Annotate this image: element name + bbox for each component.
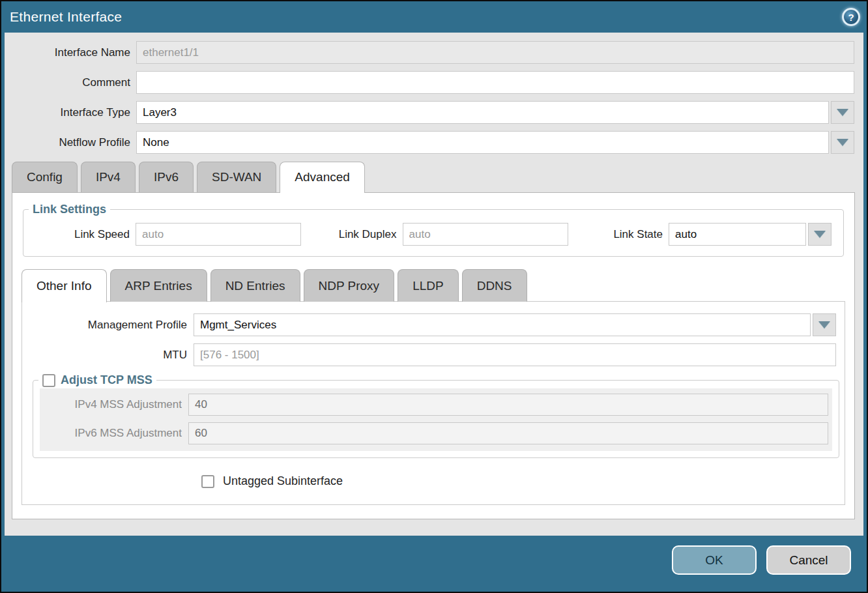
dialog-title: Ethernet Interface xyxy=(10,9,122,25)
interface-name-label: Interface Name xyxy=(5,46,136,59)
comment-label: Comment xyxy=(5,76,136,89)
netflow-profile-dropdown-button[interactable] xyxy=(831,131,854,154)
netflow-profile-field[interactable] xyxy=(136,131,829,154)
link-speed-label: Link Speed xyxy=(23,228,136,241)
management-profile-dropdown-button[interactable] xyxy=(813,313,836,336)
link-settings-legend: Link Settings xyxy=(29,203,110,216)
chevron-down-icon xyxy=(837,109,848,116)
tab-ipv4[interactable]: IPv4 xyxy=(81,162,136,192)
tab-other-info[interactable]: Other Info xyxy=(22,269,107,302)
advanced-tab-panel: Link Settings Link Speed Link Duplex Lin… xyxy=(12,192,855,519)
comment-row: Comment xyxy=(5,71,863,94)
link-state-dropdown-button[interactable] xyxy=(808,223,832,246)
chevron-down-icon xyxy=(818,321,830,328)
ipv4-mss-field xyxy=(188,394,828,416)
management-profile-field[interactable] xyxy=(194,313,811,336)
interface-name-row: Interface Name xyxy=(5,41,863,64)
ipv6-mss-field xyxy=(188,422,828,444)
interface-name-field xyxy=(136,41,854,64)
dialog-body: Interface Name Comment Interface Type Ne… xyxy=(5,33,863,536)
tab-config[interactable]: Config xyxy=(12,162,78,192)
ipv6-mss-row: IPv6 MSS Adjustment xyxy=(40,422,828,444)
tab-nd-entries[interactable]: ND Entries xyxy=(210,269,300,302)
tab-arp-entries[interactable]: ARP Entries xyxy=(110,269,207,302)
adjust-tcp-mss-fieldset: Adjust TCP MSS IPv4 MSS Adjustment IPv6 … xyxy=(33,373,839,458)
mtu-row: MTU xyxy=(22,343,845,366)
tab-ddns[interactable]: DDNS xyxy=(462,269,527,302)
other-info-panel: Management Profile MTU Adjust TCP MSS xyxy=(22,301,845,505)
link-state-field[interactable] xyxy=(669,223,806,246)
main-tabstrip: Config IPv4 IPv6 SD-WAN Advanced xyxy=(5,162,863,192)
link-settings-fieldset: Link Settings Link Speed Link Duplex Lin… xyxy=(23,203,844,257)
netflow-profile-label: Netflow Profile xyxy=(5,136,136,149)
dialog-titlebar: Ethernet Interface ? xyxy=(1,1,867,33)
mss-disabled-area: IPv4 MSS Adjustment IPv6 MSS Adjustment xyxy=(40,388,832,451)
interface-type-row: Interface Type xyxy=(5,101,863,124)
management-profile-label: Management Profile xyxy=(22,319,194,332)
tab-ipv6[interactable]: IPv6 xyxy=(139,162,194,192)
link-duplex-label: Link Duplex xyxy=(304,228,403,241)
ok-button[interactable]: OK xyxy=(672,545,757,575)
cancel-button[interactable]: Cancel xyxy=(766,545,851,575)
link-duplex-field[interactable] xyxy=(403,223,568,246)
tab-sd-wan[interactable]: SD-WAN xyxy=(197,162,276,192)
dialog-footer: OK Cancel xyxy=(1,536,867,592)
comment-field[interactable] xyxy=(136,71,854,94)
management-profile-row: Management Profile xyxy=(22,313,845,336)
link-state-label: Link State xyxy=(570,228,669,241)
mtu-label: MTU xyxy=(22,349,194,362)
interface-type-field[interactable] xyxy=(136,101,829,124)
tab-lldp[interactable]: LLDP xyxy=(398,269,459,302)
mtu-field[interactable] xyxy=(194,343,836,366)
untagged-subinterface-label: Untagged Subinterface xyxy=(223,474,343,488)
sub-tabstrip: Other Info ARP Entries ND Entries NDP Pr… xyxy=(12,269,854,302)
link-settings-row: Link Speed Link Duplex Link State xyxy=(23,219,843,246)
interface-type-label: Interface Type xyxy=(5,106,136,119)
adjust-tcp-mss-legend-wrap: Adjust TCP MSS xyxy=(38,373,156,387)
tab-advanced[interactable]: Advanced xyxy=(280,162,365,193)
adjust-tcp-mss-label: Adjust TCP MSS xyxy=(61,373,152,387)
ipv4-mss-row: IPv4 MSS Adjustment xyxy=(40,394,828,416)
chevron-down-icon xyxy=(814,231,826,238)
interface-type-dropdown-button[interactable] xyxy=(831,101,854,124)
netflow-profile-row: Netflow Profile xyxy=(5,131,863,154)
tab-ndp-proxy[interactable]: NDP Proxy xyxy=(304,269,395,302)
ipv4-mss-label: IPv4 MSS Adjustment xyxy=(40,398,188,411)
untagged-subinterface-checkbox[interactable] xyxy=(201,475,214,488)
ethernet-interface-dialog: Ethernet Interface ? Interface Name Comm… xyxy=(0,0,868,593)
ipv6-mss-label: IPv6 MSS Adjustment xyxy=(40,427,188,440)
untagged-subinterface-row: Untagged Subinterface xyxy=(22,474,845,488)
adjust-tcp-mss-checkbox[interactable] xyxy=(42,374,55,387)
chevron-down-icon xyxy=(837,139,848,146)
help-icon[interactable]: ? xyxy=(842,8,860,26)
link-speed-field[interactable] xyxy=(136,223,301,246)
